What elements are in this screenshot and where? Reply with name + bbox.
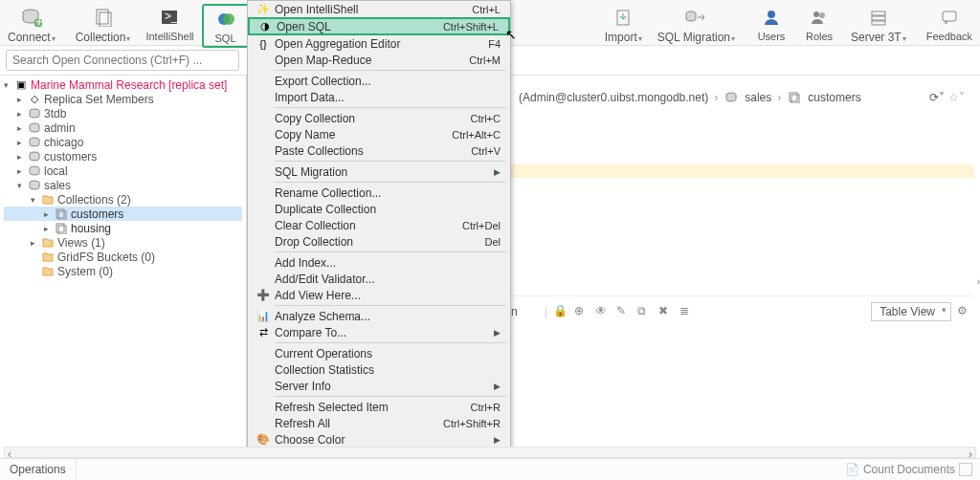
ctx-add-edit-validator-[interactable]: Add/Edit Validator... (248, 271, 510, 287)
status-bar: Operations 📄 Count Documents (0, 458, 980, 480)
ctx-add-index-[interactable]: Add Index... (248, 254, 510, 271)
list-icon[interactable]: ≣ (679, 304, 695, 319)
progress-box (959, 463, 972, 476)
users-icon (760, 6, 783, 29)
chevron-right-icon: ▶ (494, 167, 504, 177)
sep: | (545, 305, 547, 318)
dup-icon[interactable]: ⧉ (637, 304, 653, 319)
intellishell-button[interactable]: >_ IntelliShell (138, 4, 201, 44)
ctx-add-view-here-[interactable]: ➕Add View Here... (248, 287, 510, 303)
chevron-right-icon: ▶ (494, 382, 504, 391)
refresh-icon[interactable]: ⟳˅ (929, 91, 945, 104)
star-icon[interactable]: ☆˅ (948, 91, 965, 104)
lock-icon[interactable]: 🔒 (553, 304, 568, 319)
path-coll[interactable]: customers (808, 91, 860, 104)
h-scroll[interactable]: ‹ › (4, 447, 976, 458)
folder-icon (40, 265, 56, 278)
gear-icon[interactable]: ⚙ (957, 304, 972, 319)
ctx-duplicate-collection[interactable]: Duplicate Collection (248, 201, 510, 217)
db-icon (27, 107, 42, 120)
sql-button[interactable]: SQL (202, 4, 250, 48)
svg-point-16 (819, 12, 825, 18)
roles-button[interactable]: Roles (795, 4, 843, 44)
feedback-icon (938, 6, 961, 29)
connect-button[interactable]: + Connect▾ (0, 4, 63, 46)
ctx-open-aggregation-editor[interactable]: {}Open Aggregation EditorF4 (248, 35, 510, 52)
ctx-drop-collection[interactable]: Drop CollectionDel (248, 233, 510, 250)
view-mode-select[interactable]: Table View (871, 302, 951, 321)
feedback-button[interactable]: Feedback (919, 4, 980, 44)
ctx-clear-collection[interactable]: Clear CollectionCtrl+Del (248, 217, 510, 233)
server-icon (867, 6, 890, 29)
svg-rect-32 (790, 93, 797, 101)
ctx-refresh-all[interactable]: Refresh AllCtrl+Shift+R (248, 415, 510, 431)
db-icon (27, 136, 42, 149)
document-icon (92, 6, 115, 29)
ctx-server-info[interactable]: Server Info▶ (248, 378, 510, 394)
ctx-open-intellishell[interactable]: ✨Open IntelliShellCtrl+L (248, 1, 510, 17)
cylinder-icon: + (20, 6, 43, 29)
svg-rect-29 (56, 224, 64, 232)
folder-icon (40, 251, 56, 264)
ctx-sql-migration[interactable]: SQL Migration▶ (248, 164, 510, 180)
import-button[interactable]: Import▾ (597, 4, 650, 46)
ctx-compare-to-[interactable]: ⇄Compare To...▶ (248, 324, 510, 340)
operations-tab[interactable]: Operations (0, 459, 77, 480)
db-icon (27, 150, 42, 164)
query-band (511, 164, 974, 178)
migration-icon (684, 6, 707, 29)
ctx-export-collection-[interactable]: Export Collection... (248, 73, 510, 89)
svg-text:+: + (35, 15, 42, 27)
sql-migration-button[interactable]: SQL Migration▾ (650, 4, 743, 46)
sql-icon (214, 8, 237, 31)
ctx-choose-color[interactable]: 🎨Choose Color▶ (248, 431, 510, 447)
context-menu[interactable]: ✨Open IntelliShellCtrl+L◑Open SQLCtrl+Sh… (247, 0, 511, 480)
db-icon (27, 164, 42, 178)
ctx-current-operations[interactable]: Current Operations (248, 345, 510, 361)
wand-icon: ✨ (254, 3, 273, 15)
ctx-open-map-reduce[interactable]: Open Map-ReduceCtrl+M (248, 52, 510, 68)
svg-rect-20 (943, 11, 956, 21)
chevron-right-icon: ▶ (494, 328, 504, 338)
collection-icon (787, 91, 802, 104)
ctx-open-sql[interactable]: ◑Open SQLCtrl+Shift+L (248, 17, 510, 35)
tree-item-customers[interactable]: ▸customers (4, 207, 242, 221)
ctx-import-data-[interactable]: Import Data... (248, 89, 510, 105)
edit-icon[interactable]: ✎ (616, 304, 632, 319)
svg-point-15 (813, 11, 819, 17)
cmp-icon: ⇄ (254, 326, 273, 338)
count-docs-label[interactable]: Count Documents (863, 463, 955, 476)
add-icon[interactable]: ⊕ (574, 304, 590, 319)
svg-rect-4 (100, 12, 111, 27)
del-icon[interactable]: ✖ (658, 304, 674, 319)
ctx-copy-name[interactable]: Copy NameCtrl+Alt+C (248, 126, 510, 142)
ctx-rename-collection-[interactable]: Rename Collection... (248, 185, 510, 201)
collection-button[interactable]: Collection▾ (68, 4, 139, 46)
path-db[interactable]: sales (745, 91, 771, 104)
server3t-button[interactable]: Server 3T▾ (843, 4, 914, 46)
roles-icon (808, 6, 831, 29)
ctx-paste-collections[interactable]: Paste CollectionsCtrl+V (248, 142, 510, 159)
eye-icon[interactable]: 👁 (595, 304, 611, 319)
svg-rect-28 (58, 211, 66, 220)
breadcrumb: (Admin@cluster0.uibst.mongodb.net) › sal… (511, 85, 972, 110)
chevron-right-icon: ▶ (494, 435, 504, 445)
users-button[interactable]: Users (747, 4, 795, 44)
search-input[interactable] (6, 50, 239, 71)
path-conn: (Admin@cluster0.uibst.mongodb.net) (519, 91, 708, 104)
ctx-collection-statistics[interactable]: Collection Statistics (248, 361, 510, 378)
collection-icon (54, 207, 69, 221)
ctx-copy-collection[interactable]: Copy CollectionCtrl+C (248, 110, 510, 126)
ctx-refresh-selected-item[interactable]: Refresh Selected ItemCtrl+R (248, 399, 510, 415)
svg-rect-17 (872, 11, 885, 15)
svg-point-8 (223, 13, 234, 25)
connection-tree[interactable]: ▾ ▣ Marine Mammal Research [replica set]… (0, 76, 247, 459)
ctx-analyze-schema-[interactable]: 📊Analyze Schema... (248, 308, 510, 324)
folder-icon (40, 193, 56, 207)
db-icon (27, 121, 42, 135)
color-icon: 🎨 (254, 433, 273, 446)
collection-icon (54, 222, 69, 235)
db-icon (724, 91, 739, 104)
chart-icon: 📊 (254, 310, 273, 322)
scroll-indicator: › (977, 276, 980, 287)
